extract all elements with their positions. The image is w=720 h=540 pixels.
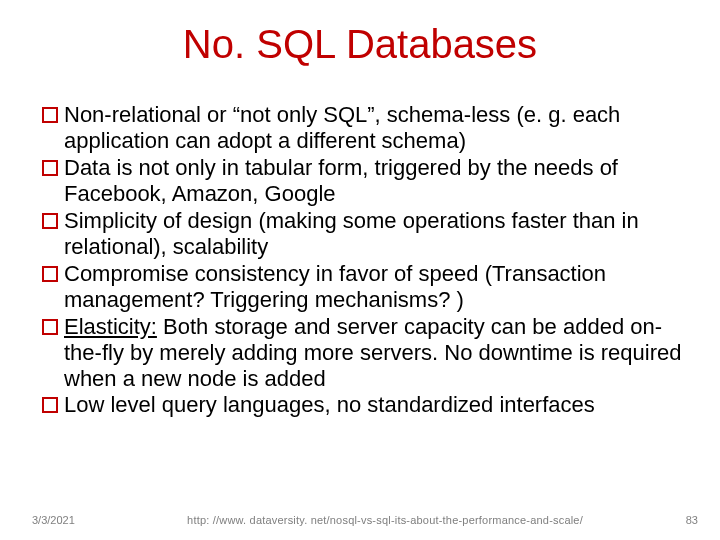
bullet-text: Non-relational or “not only SQL”, schema…: [64, 102, 690, 154]
underlined-term: Elasticity:: [64, 314, 157, 339]
bullet-text: Data is not only in tabular form, trigge…: [64, 155, 690, 207]
checkbox-icon: [42, 213, 58, 229]
list-item: Simplicity of design (making some operat…: [42, 208, 690, 260]
checkbox-icon: [42, 107, 58, 123]
svg-rect-0: [43, 108, 57, 122]
list-item: Elasticity: Both storage and server capa…: [42, 314, 690, 392]
checkbox-icon: [42, 160, 58, 176]
bullet-text-rest: Both storage and server capacity can be …: [64, 314, 681, 391]
footer-source: http: //www. dataversity. net/nosql-vs-s…: [130, 514, 640, 526]
slide-title: No. SQL Databases: [0, 22, 720, 67]
list-item: Non-relational or “not only SQL”, schema…: [42, 102, 690, 154]
svg-rect-5: [43, 398, 57, 412]
footer-date: 3/3/2021: [32, 514, 75, 526]
list-item: Compromise consistency in favor of speed…: [42, 261, 690, 313]
svg-rect-2: [43, 214, 57, 228]
bullet-text: Low level query languages, no standardiz…: [64, 392, 690, 418]
slide: No. SQL Databases Non-relational or “not…: [0, 0, 720, 540]
list-item: Data is not only in tabular form, trigge…: [42, 155, 690, 207]
svg-rect-4: [43, 320, 57, 334]
bullet-text: Elasticity: Both storage and server capa…: [64, 314, 690, 392]
checkbox-icon: [42, 319, 58, 335]
bullet-text: Compromise consistency in favor of speed…: [64, 261, 690, 313]
page-number: 83: [686, 514, 698, 526]
svg-rect-1: [43, 161, 57, 175]
checkbox-icon: [42, 397, 58, 413]
slide-footer: 3/3/2021 http: //www. dataversity. net/n…: [0, 508, 720, 526]
list-item: Low level query languages, no standardiz…: [42, 392, 690, 418]
checkbox-icon: [42, 266, 58, 282]
svg-rect-3: [43, 267, 57, 281]
bullet-list: Non-relational or “not only SQL”, schema…: [42, 102, 690, 419]
bullet-text: Simplicity of design (making some operat…: [64, 208, 690, 260]
